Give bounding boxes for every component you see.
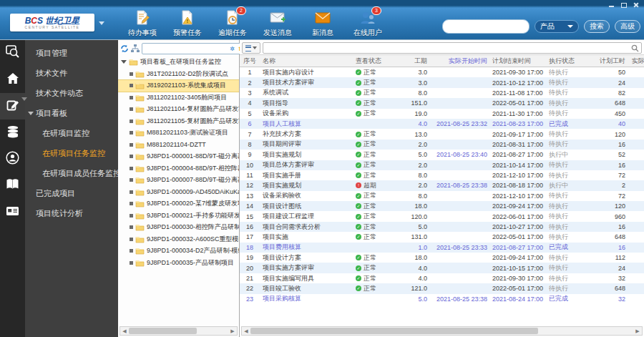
table-row[interactable]: 19项目设计方案✓正常18.02021-09-24 17:00待执行112: [240, 253, 644, 263]
table-row[interactable]: 21项目实施编写用具✓正常4.02021-09-30 17:00待执行32: [240, 273, 644, 283]
table-row[interactable]: 15项目建设工程监理✓正常120.02022-06-01 17:00待执行960: [240, 211, 644, 221]
tree-item[interactable]: J8112021102-3405舱间项目: [118, 92, 239, 104]
sidebar-item[interactable]: 项目看板: [25, 103, 118, 123]
tree-hscrollbar[interactable]: ◀ ▶: [119, 326, 238, 336]
maximize-icon[interactable]: [620, 2, 628, 8]
tree-item[interactable]: 9J8PD1-000007-88D/9T-磁分离器: [118, 175, 239, 187]
table-row[interactable]: 10项目总体方案评审✓正常2.02021-10-14 17:00待执行16: [240, 160, 644, 170]
scroll-thumb[interactable]: [250, 328, 538, 334]
table-row[interactable]: 13设备采购验收✓正常8.02021-12-10 17:00待执行72: [240, 191, 644, 201]
table-row[interactable]: 1项目实施内容设计✓正常3.02021-09-30 17:00待执行50: [240, 67, 644, 77]
table-row[interactable]: 16项目合同需求表分析✓正常5.02021-10-27 17:00待执行16: [240, 222, 644, 232]
expand-icon[interactable]: [130, 178, 133, 182]
column-header[interactable]: 序号: [240, 57, 260, 66]
expand-icon[interactable]: [130, 225, 133, 229]
table-row[interactable]: 3系统调试✓正常8.02021-11-08 17:00待执行82: [240, 88, 644, 98]
table-row[interactable]: 6项目人工核算4.02021-08-25 23:322021-08-23 17:…: [240, 119, 644, 129]
sidebar-item[interactable]: 项目统计分析: [25, 203, 118, 223]
column-header[interactable]: 实际工时: [632, 57, 644, 66]
expand-icon[interactable]: [130, 143, 133, 147]
expand-icon[interactable]: [130, 131, 133, 135]
rail-item-broadcast-user[interactable]: [0, 146, 25, 172]
expand-icon[interactable]: [130, 72, 133, 76]
expand-icon[interactable]: [130, 119, 133, 123]
sidebar-item[interactable]: 在研项目成员任务监控: [25, 163, 118, 183]
tree-item[interactable]: 9J8PD1-000021-手持多功能研发项目: [118, 210, 239, 222]
toolbar-item-warning-tasks[interactable]: 预警任务: [172, 9, 203, 38]
table-row[interactable]: 14项目设计图纸✓正常18.02021-09-24 17:00待执行120: [240, 201, 644, 211]
toolbar-item-online-users[interactable]: 3在线用户: [353, 9, 383, 38]
expand-icon[interactable]: [130, 202, 133, 205]
sidebar-item[interactable]: 已完成项目: [25, 183, 118, 203]
expand-icon[interactable]: [130, 84, 133, 87]
tree-root[interactable]: 项目看板_在研项目任务监控: [118, 56, 239, 68]
org-tree-icon[interactable]: [131, 44, 140, 54]
sidebar-item[interactable]: 技术文件: [25, 63, 118, 83]
tree-item[interactable]: 9J8PD1-000030-相控阵产品研制: [118, 222, 239, 234]
expand-icon[interactable]: [130, 96, 133, 99]
expand-icon[interactable]: [130, 238, 133, 241]
rail-item-spm-search[interactable]: [0, 40, 25, 67]
tree-item[interactable]: M8812021104-DZTT: [118, 139, 239, 151]
tree-item[interactable]: 9J8PD1-000032-A600SC重型模组: [118, 233, 239, 245]
minimize-icon[interactable]: [608, 2, 615, 8]
scroll-right-icon[interactable]: ▶: [633, 327, 642, 335]
table-row[interactable]: 20项目实施方案评审✓正常4.02021-10-15 17:00待执行24: [240, 263, 644, 273]
scroll-left-icon[interactable]: ◀: [242, 327, 250, 335]
rail-item-home[interactable]: [0, 67, 25, 93]
close-icon[interactable]: [633, 2, 640, 8]
table-row[interactable]: 17项目实施✓正常131.02022-05-01 17:00待执行648: [240, 232, 644, 242]
logo-dropdown-icon[interactable]: [99, 21, 104, 25]
column-header[interactable]: 查看状态: [354, 57, 399, 66]
column-header[interactable]: 实际开始时间: [434, 57, 487, 66]
table-row[interactable]: 5设备采购✓正常19.02021-11-30 17:00待执行450: [240, 109, 644, 119]
column-header[interactable]: 工期: [399, 57, 434, 66]
toolbar-item-overdue-tasks[interactable]: 2逾期任务: [218, 9, 248, 38]
table-row[interactable]: 8项目期间评审✓正常2.02021-08-31 17:00待执行16: [240, 140, 644, 150]
global-search-input[interactable]: [442, 19, 530, 34]
tree-search-input[interactable]: [142, 44, 229, 53]
table-row[interactable]: 18项目费用核算1.02021-08-25 23:332021-08-27 17…: [240, 243, 644, 253]
column-header[interactable]: 执行状态: [547, 57, 587, 66]
table-row[interactable]: 7补充技术方案✓正常13.02021-09-17 17:00待执行120: [240, 129, 644, 139]
tree-item[interactable]: 9J8PD1-000009-AD450DAiKuKai: [118, 186, 239, 198]
rail-item-card[interactable]: [0, 199, 25, 225]
expand-icon[interactable]: [130, 261, 133, 265]
expand-icon[interactable]: [130, 155, 133, 158]
table-row[interactable]: 9项目实施规划✓正常5.02021-08-25 23:402021-08-27 …: [240, 150, 644, 160]
table-hscrollbar[interactable]: ◀ ▶: [241, 326, 643, 336]
tree-item[interactable]: J8112021105-复材圆舱产品研发项目: [118, 115, 239, 127]
scroll-right-icon[interactable]: ▶: [228, 327, 237, 335]
toolbar-item-new-message[interactable]: 新消息: [308, 9, 338, 38]
table-row[interactable]: 12项目实施规划!超期2.02021-08-25 23:382021-08-18…: [240, 180, 644, 190]
tree-item[interactable]: J81T2021102-D2阶段调试点: [118, 68, 239, 80]
search-button[interactable]: 搜索: [584, 20, 610, 33]
refresh-icon[interactable]: [120, 44, 129, 54]
tree-item[interactable]: 9J8PD1-000001-88D/9T-磁分离器: [118, 151, 239, 163]
sidebar-item[interactable]: 技术文件动态: [25, 83, 118, 103]
search-category-dropdown[interactable]: 产品: [535, 20, 579, 33]
expand-icon[interactable]: [130, 190, 133, 194]
column-header[interactable]: 计划结束时间: [487, 57, 547, 66]
column-header[interactable]: 计划工时: [587, 57, 632, 66]
expand-icon[interactable]: [130, 214, 133, 218]
sidebar-item[interactable]: 在研项目任务监控: [25, 143, 118, 163]
column-filter-button[interactable]: [242, 42, 260, 54]
table-row[interactable]: 23项目采购核算5.02021-08-25 23:382021-08-24 17…: [240, 294, 644, 304]
tree-item[interactable]: J8112021104-复材圆舱产品研发项目: [118, 104, 239, 116]
sidebar-item[interactable]: 在研项目监控: [25, 123, 118, 143]
tree-item[interactable]: M8812021103-测试验证项目: [118, 127, 239, 140]
table-row[interactable]: 2项目技术方案评审✓正常3.02021-10-12 17:00待执行24: [240, 77, 644, 87]
tree-item[interactable]: 9J8PD1-000004-88D/9T-相控阵器: [118, 162, 239, 175]
expand-icon[interactable]: [130, 107, 133, 111]
column-header[interactable]: 名称: [260, 57, 354, 66]
scroll-left-icon[interactable]: ◀: [120, 327, 129, 335]
expand-icon[interactable]: [130, 249, 133, 253]
sidebar-item[interactable]: 项目管理: [25, 43, 118, 63]
table-row[interactable]: 4项目指导✓正常151.02022-05-01 17:00待执行648: [240, 98, 644, 108]
search-icon[interactable]: [631, 44, 639, 52]
table-row[interactable]: 11项目实施手册✓正常8.02021-12-10 17:00待执行72: [240, 170, 644, 180]
collapse-icon[interactable]: [121, 60, 127, 64]
expand-icon[interactable]: [130, 167, 133, 170]
tree-item[interactable]: J8192021103-系统集成项目: [118, 80, 239, 92]
